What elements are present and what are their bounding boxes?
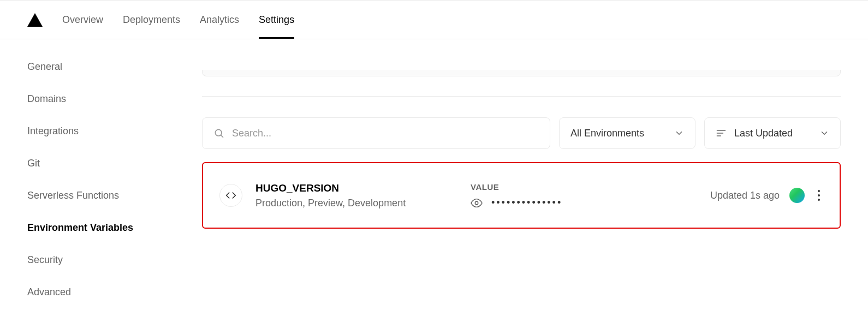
tab-settings[interactable]: Settings [259, 1, 294, 39]
topbar: Overview Deployments Analytics Settings [0, 0, 868, 39]
tab-overview[interactable]: Overview [62, 1, 103, 39]
sidebar-item-git[interactable]: Git [27, 158, 202, 169]
sidebar-item-environment-variables[interactable]: Environment Variables [27, 222, 202, 234]
sidebar-item-serverless-functions[interactable]: Serverless Functions [27, 190, 202, 201]
var-environments: Production, Preview, Development [255, 198, 457, 209]
tab-deployments[interactable]: Deployments [123, 1, 180, 39]
chevron-down-icon [674, 128, 684, 138]
collapsed-card [202, 70, 841, 76]
topbar-tabs: Overview Deployments Analytics Settings [62, 1, 294, 39]
updated-timestamp: Updated 1s ago [710, 190, 780, 201]
filter-row: All Environments Last Updated [202, 117, 841, 149]
value-column: VALUE •••••••••••••• [471, 182, 697, 209]
avatar[interactable] [789, 188, 805, 203]
more-menu-button[interactable] [815, 187, 823, 204]
sort-dropdown-label: Last Updated [734, 128, 793, 139]
search-box[interactable] [202, 117, 550, 149]
svg-line-1 [221, 135, 223, 138]
sidebar-item-general[interactable]: General [27, 61, 202, 73]
tab-analytics[interactable]: Analytics [200, 1, 239, 39]
sidebar-item-integrations[interactable]: Integrations [27, 126, 202, 137]
chevron-down-icon [819, 128, 829, 138]
environment-dropdown[interactable]: All Environments [559, 117, 695, 149]
sidebar-item-security[interactable]: Security [27, 254, 202, 266]
svg-point-5 [475, 201, 478, 205]
sort-dropdown[interactable]: Last Updated [704, 117, 841, 149]
var-info: HUGO_VERSION Production, Preview, Develo… [255, 182, 457, 209]
content: General Domains Integrations Git Serverl… [0, 39, 868, 298]
var-name: HUGO_VERSION [255, 182, 457, 194]
settings-sidebar: General Domains Integrations Git Serverl… [0, 61, 202, 298]
code-icon-wrap [219, 184, 242, 207]
value-label: VALUE [471, 182, 697, 192]
svg-point-0 [215, 129, 222, 136]
eye-icon[interactable] [471, 197, 483, 209]
right-column: Updated 1s ago [710, 187, 823, 204]
sidebar-item-domains[interactable]: Domains [27, 93, 202, 105]
search-icon [213, 128, 224, 139]
search-input[interactable] [232, 128, 539, 139]
divider [202, 96, 841, 97]
sort-icon [716, 128, 727, 139]
sidebar-item-advanced[interactable]: Advanced [27, 287, 202, 298]
code-icon [225, 190, 236, 201]
main-panel: All Environments Last Updated HUGO_VERSI… [202, 61, 868, 298]
env-var-row[interactable]: HUGO_VERSION Production, Preview, Develo… [202, 162, 841, 229]
masked-value: •••••••••••••• [491, 197, 562, 208]
vercel-logo-icon[interactable] [27, 13, 43, 27]
environment-dropdown-label: All Environments [570, 128, 644, 139]
